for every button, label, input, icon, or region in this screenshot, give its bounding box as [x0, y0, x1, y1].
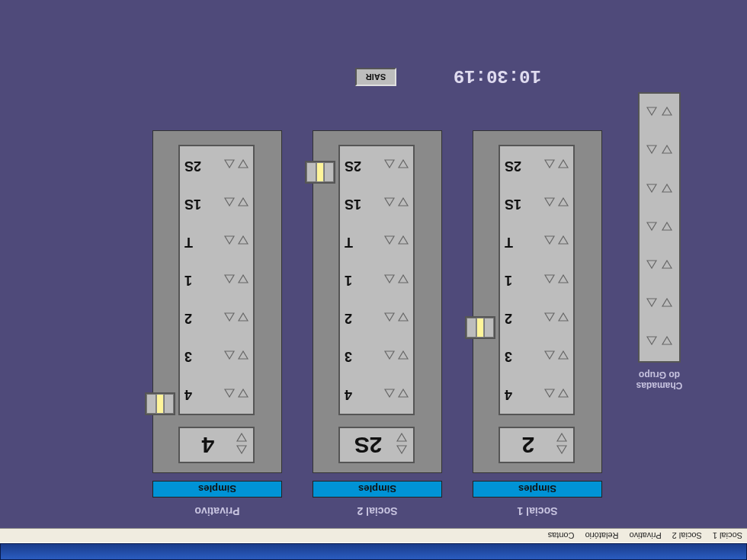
down-call-icon: [662, 338, 672, 347]
svg-marker-16: [397, 446, 406, 453]
svg-marker-41: [225, 275, 234, 283]
floor-row[interactable]: 4: [180, 376, 253, 414]
down-call-icon: [558, 237, 569, 246]
group-row[interactable]: [640, 247, 679, 285]
floor-list-privativo: 4 3 2 1 T 1S 2S: [178, 145, 255, 415]
elevator-panel-privativo: 4 4 3 2 1 T 1S 2S: [152, 130, 282, 473]
floor-row[interactable]: T: [180, 222, 253, 261]
up-call-icon: [224, 199, 235, 208]
floor-row[interactable]: 3: [340, 338, 413, 376]
floor-list-social1: 4 3 2 1 T 1S 2S: [499, 145, 575, 415]
svg-marker-46: [239, 160, 248, 168]
door-icon: [484, 318, 494, 338]
menu-social2[interactable]: Social 2: [672, 531, 702, 540]
up-call-icon: [646, 223, 657, 232]
up-call-icon: [544, 161, 555, 170]
down-call-icon: [398, 237, 409, 246]
floor-label: 1: [505, 272, 541, 288]
svg-marker-33: [237, 434, 246, 441]
svg-marker-37: [225, 351, 234, 359]
up-arrow-icon: [396, 446, 407, 456]
floor-row[interactable]: 2S: [500, 146, 573, 184]
floor-display-social2: 2S: [338, 427, 415, 463]
menu-relatorio[interactable]: Relatório: [585, 531, 619, 540]
floor-row[interactable]: T: [500, 222, 573, 261]
door-icon: [324, 162, 334, 182]
group-row[interactable]: [640, 285, 679, 323]
floor-label: T: [184, 234, 221, 250]
floor-row[interactable]: 2: [340, 299, 413, 338]
svg-marker-34: [239, 389, 248, 397]
svg-marker-0: [557, 446, 566, 453]
svg-marker-51: [647, 299, 656, 306]
svg-marker-30: [399, 160, 408, 168]
floor-label: 2S: [184, 158, 221, 174]
svg-marker-20: [399, 351, 408, 359]
floor-row[interactable]: 2S: [180, 146, 253, 184]
svg-marker-6: [559, 313, 568, 321]
svg-marker-12: [559, 198, 568, 206]
svg-marker-1: [557, 434, 566, 441]
exit-button[interactable]: SAIR: [355, 68, 396, 86]
down-call-icon: [662, 146, 672, 155]
up-call-icon: [384, 390, 395, 399]
door-icon: [306, 162, 316, 182]
floor-row[interactable]: 3: [500, 338, 573, 376]
car-indicator-social2: [305, 161, 335, 184]
svg-marker-53: [647, 261, 656, 268]
floor-row[interactable]: 1S: [180, 184, 253, 222]
up-call-icon: [646, 185, 657, 194]
floor-row[interactable]: 2: [180, 299, 253, 338]
floor-row[interactable]: 1: [500, 261, 573, 299]
floor-row[interactable]: 2: [500, 299, 573, 338]
svg-marker-38: [239, 313, 248, 321]
floor-row[interactable]: 1S: [340, 184, 413, 222]
group-calls-panel: Chamadas do Grupo: [633, 92, 686, 391]
mode-box-social1[interactable]: Simples: [473, 481, 602, 498]
floor-row[interactable]: 1: [180, 261, 253, 299]
floor-row[interactable]: 3: [180, 338, 253, 376]
svg-marker-19: [385, 389, 394, 397]
down-call-icon: [238, 390, 248, 399]
svg-marker-45: [225, 198, 234, 206]
group-row[interactable]: [640, 323, 679, 361]
menu-contas[interactable]: Contas: [548, 531, 575, 540]
mode-box-privativo[interactable]: Simples: [152, 481, 282, 498]
group-row[interactable]: [640, 209, 679, 247]
svg-marker-26: [399, 236, 408, 244]
svg-marker-4: [559, 351, 568, 359]
mode-box-social2[interactable]: Simples: [313, 481, 442, 498]
floor-row[interactable]: T: [340, 222, 413, 261]
menu-privativo[interactable]: Privativo: [630, 531, 662, 540]
up-call-icon: [646, 338, 657, 347]
svg-marker-7: [545, 313, 554, 321]
up-call-icon: [384, 276, 395, 285]
group-row[interactable]: [640, 171, 679, 209]
down-call-icon: [238, 276, 248, 285]
door-icon: [146, 394, 156, 414]
floor-label: 1S: [184, 196, 221, 212]
floor-row[interactable]: 4: [340, 376, 413, 414]
floor-row[interactable]: 1: [340, 261, 413, 299]
floor-label: 2: [345, 310, 381, 326]
floor-row[interactable]: 2S: [340, 146, 413, 184]
elevator-label-privativo: Privativo: [152, 505, 282, 517]
menu-social1[interactable]: Social 1: [713, 531, 742, 540]
floor-row[interactable]: 1S: [500, 184, 573, 222]
svg-marker-54: [662, 222, 672, 230]
floor-label: 4: [345, 386, 381, 402]
svg-marker-2: [559, 389, 568, 397]
floor-row[interactable]: 4: [500, 376, 573, 414]
group-row[interactable]: [640, 94, 679, 132]
down-call-icon: [662, 223, 672, 232]
current-floor-privativo: 4: [180, 432, 236, 458]
up-call-icon: [224, 314, 235, 323]
group-row[interactable]: [640, 132, 679, 170]
down-call-icon: [558, 161, 569, 170]
up-call-icon: [384, 161, 395, 170]
door-open-icon: [476, 318, 484, 338]
down-call-icon: [662, 108, 672, 117]
svg-marker-44: [239, 198, 248, 206]
svg-marker-22: [399, 313, 408, 321]
group-calls-list: [638, 92, 681, 363]
